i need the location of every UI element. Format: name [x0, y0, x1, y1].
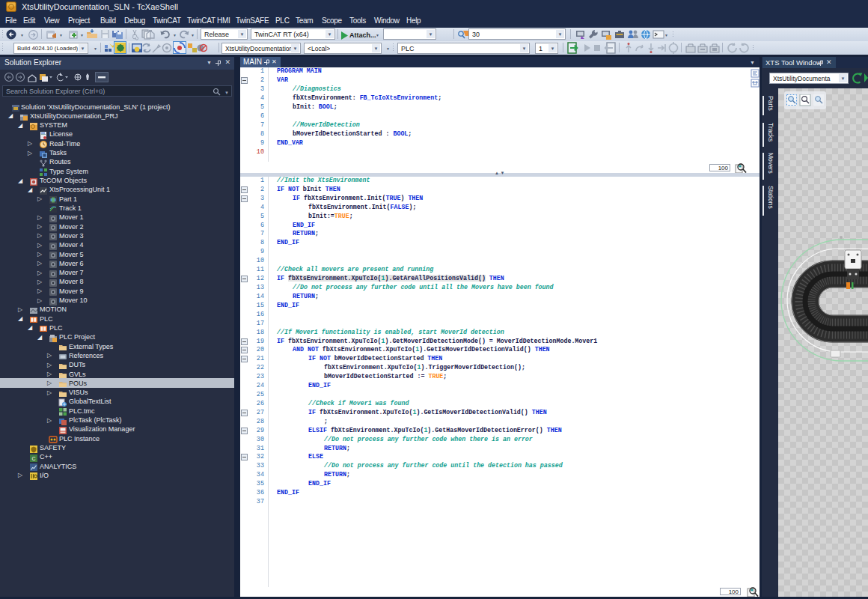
svg-text:C: C: [31, 456, 35, 461]
